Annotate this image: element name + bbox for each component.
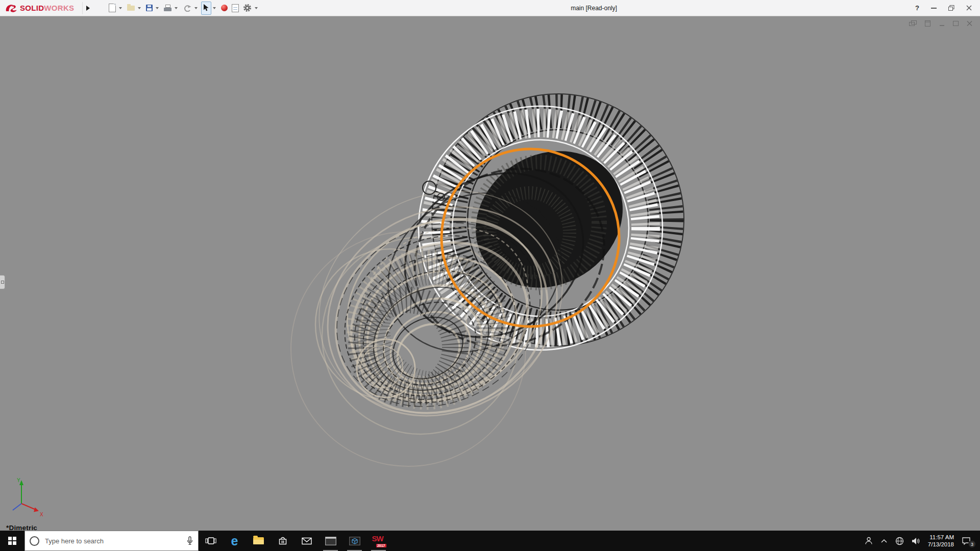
options-button[interactable] [241,2,253,14]
start-button[interactable] [0,531,24,551]
command-prompt-button[interactable] [318,531,342,551]
document-close-icon[interactable] [966,20,973,27]
close-button[interactable] [966,5,972,11]
people-icon[interactable] [865,537,873,545]
appearance-sphere-icon [221,5,228,11]
cascade-windows-icon[interactable] [909,20,917,27]
clock-date: 7/13/2018 [928,541,954,548]
windows-logo-icon [8,537,16,545]
3d-viewer-icon [349,537,360,545]
titlebar: SOLIDWORKS [0,0,980,16]
axis-y-label: Y [17,478,20,483]
solidworks-window: SOLIDWORKS [0,0,980,551]
solidworks-app-button[interactable]: SW 2017 [366,531,390,551]
edge-icon: e [231,535,238,547]
options-caret[interactable] [255,7,258,9]
undo-button[interactable] [181,2,193,14]
logo-text: SOLIDWORKS [20,4,74,13]
graphics-viewport[interactable]: X Y *Dimetric [0,16,980,531]
system-tray: 11:57 AM 7/13/2018 3 [865,531,980,551]
restore-button[interactable] [948,5,954,11]
solidworks-2017-icon: SW 2017 [371,534,386,548]
toolbar-flyout-button[interactable] [82,2,93,14]
document-title: main [Read-only] [571,5,617,12]
select-tool-button[interactable] [201,2,211,15]
options-gear-icon [243,4,252,12]
axis-x-label: X [40,512,43,517]
edge-browser-button[interactable]: e [223,531,247,551]
taskbar-search[interactable] [24,531,199,551]
save-button[interactable] [144,2,154,14]
search-input[interactable] [44,537,182,545]
minimize-button[interactable] [931,8,937,9]
publish-caret[interactable] [138,7,141,9]
window-controls: ? [915,4,972,12]
network-icon[interactable] [895,537,904,545]
appearance-button[interactable] [219,2,229,14]
cortana-icon [30,536,39,546]
save-icon [146,5,153,11]
orientation-triad: X Y [13,478,43,517]
design-binder-icon [232,4,239,12]
command-prompt-icon [325,537,336,545]
clock-time: 11:57 AM [929,534,954,541]
ds-logo-icon [5,4,17,13]
file-explorer-button[interactable] [247,531,271,551]
action-center-button[interactable]: 3 [962,537,974,545]
publish-button[interactable] [126,2,136,14]
select-cursor-icon [203,4,209,12]
flyout-arrow-icon [86,6,90,11]
file-explorer-icon [253,537,264,544]
notification-badge: 3 [968,540,976,548]
store-button[interactable] [271,531,295,551]
task-view-button[interactable] [199,531,223,551]
help-button[interactable]: ? [915,4,919,12]
collapsed-panel-tab[interactable] [0,275,5,289]
mail-button[interactable] [295,531,318,551]
windows-taskbar: e [0,531,980,551]
new-document-icon [109,4,116,12]
document-window-controls [909,20,973,27]
document-restore-icon[interactable] [924,20,932,27]
print-button[interactable] [162,2,173,14]
undo-icon [183,4,191,12]
turbine-wireframe-model[interactable]: X Y [0,16,980,531]
view-orientation-label: *Dimetric [6,524,37,531]
save-caret[interactable] [156,7,159,9]
document-minimize-icon[interactable] [939,20,945,27]
taskbar-clock[interactable]: 11:57 AM 7/13/2018 [928,534,954,548]
store-bag-icon [278,536,287,545]
mail-envelope-icon [302,537,312,545]
quick-access-toolbar [107,2,260,15]
print-caret[interactable] [175,7,178,9]
tray-chevron-up-icon[interactable] [880,539,888,543]
task-view-icon [205,537,216,545]
undo-caret[interactable] [194,7,198,9]
3d-viewer-button[interactable] [342,531,366,551]
volume-icon[interactable] [912,537,920,545]
microphone-icon[interactable] [186,536,193,545]
solidworks-logo: SOLIDWORKS [5,4,74,13]
select-tool-caret[interactable] [213,7,216,9]
print-icon [164,5,172,11]
document-maximize-icon[interactable] [952,20,959,27]
new-document-button[interactable] [107,2,117,14]
new-document-caret[interactable] [119,7,122,9]
design-binder-button[interactable] [230,2,240,14]
publish-icon [127,6,135,11]
